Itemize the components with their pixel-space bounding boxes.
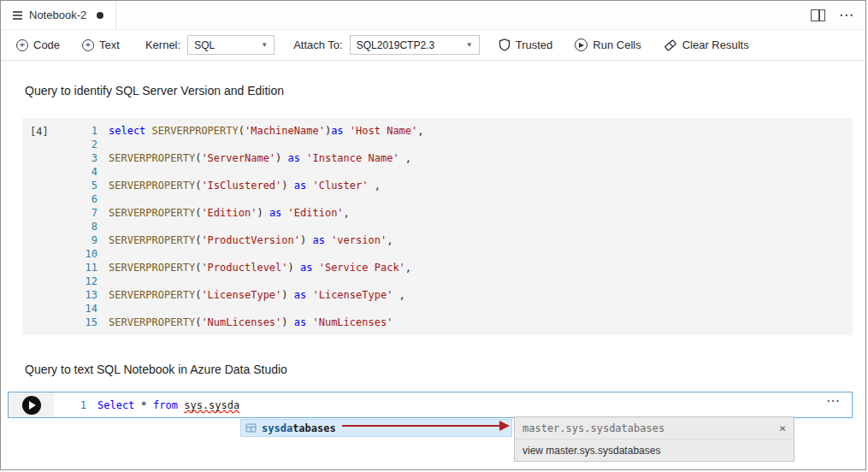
code-token: ) [281,180,293,192]
code-text: SERVERPROPERTY('ServerName') as 'Instanc… [109,152,411,164]
code-token: 'version' [331,234,387,246]
line-number: 4 [75,165,97,179]
run-cells-button[interactable]: Run Cells [575,38,641,51]
code-line[interactable]: 7SERVERPROPERTY('Edition') as 'Edition', [75,206,853,220]
code-line[interactable]: 4 [75,165,853,179]
code-cell-1[interactable]: [4] 1select SERVERPROPERTY('MachineName'… [22,118,853,335]
notebook-toolbar: + Code + Text Kernel: SQL ▼ Attach To: S… [1,30,865,61]
code-token: ) [281,289,293,301]
code-token: , [417,125,423,137]
code-line[interactable]: 9SERVERPROPERTY('ProductVersion') as 've… [75,233,853,247]
code-token: as [312,234,324,246]
code-line[interactable]: 15SERVERPROPERTY('NumLicenses') as 'NumL… [75,316,853,329]
attach-to-dropdown[interactable]: SQL2019CTP2.3 ▼ [350,35,480,55]
code-line[interactable]: 10 [75,247,853,261]
suggestion-detail-row: master.sys.sysdatabases × [515,417,794,440]
code-text: Select * from sys.sysda [97,399,239,411]
code-line[interactable]: 11SERVERPROPERTY('Productlevel') as 'Ser… [75,261,853,274]
code-token: SERVERPROPERTY [109,316,195,328]
code-token: 'MachineName' [245,125,325,137]
code-token: ) [281,316,293,328]
code-token: 'Edition' [288,207,344,219]
code-token [312,262,318,274]
code-token: 'Productlevel' [201,262,287,274]
line-number: 10 [75,247,97,261]
code-cell-2[interactable]: 1 Select * from sys.sysda ⋯ [8,392,853,418]
code-line[interactable]: 5SERVERPROPERTY('IsClustered') as 'Clust… [75,179,853,192]
code-text: SERVERPROPERTY('ProductVersion') as 'ver… [109,234,393,246]
line-number: 12 [75,274,97,288]
more-actions-icon[interactable]: ⋯ [839,8,853,22]
cell-gutter [9,392,54,417]
suggestion-kind-icon [245,422,257,434]
eraser-icon [664,38,677,51]
code-token: , [393,289,404,301]
code-text: select SERVERPROPERTY('MachineName')as '… [109,125,424,137]
code-token: 'Instance Name' [306,152,399,164]
code-token: 'ProductVersion' [201,234,300,246]
code-token: as [294,180,306,192]
line-number: 11 [75,261,97,274]
close-icon[interactable]: × [779,422,786,434]
code-line[interactable]: 6 [75,192,853,206]
suggestion-details-panel: master.sys.sysdatabases × view master.sy… [514,416,794,462]
code-token: SERVERPROPERTY [109,234,195,246]
code-token: , [399,152,411,164]
clear-results-button[interactable]: Clear Results [664,38,749,51]
code-editor[interactable]: 1 Select * from sys.sysda [54,392,852,417]
line-number: 13 [75,288,97,302]
code-token: Select [97,399,134,411]
code-token: ) [275,152,287,164]
line-number: 14 [75,302,97,316]
code-token: 'NumLicenses' [312,316,393,328]
code-token: , [387,234,393,246]
code-editor[interactable]: 1select SERVERPROPERTY('MachineName')as … [75,124,853,329]
code-token: 'ServerName' [201,152,275,164]
tab-bar: Notebook-2 ⋯ [1,1,865,30]
markdown-cell-1[interactable]: Query to identify SQL Server Version and… [25,84,865,97]
run-cell-button[interactable] [22,396,41,415]
suggestion-detail-title: master.sys.sysdatabases [523,422,664,434]
code-token: ) [288,262,300,274]
unsaved-changes-dot[interactable] [97,12,103,19]
suggestion-label-match: sysda [262,422,292,434]
markdown-cell-2[interactable]: Query to text SQL Notebook in Azure Data… [25,363,865,376]
attach-to-label: Attach To: [293,38,343,51]
code-line[interactable]: 12 [75,274,853,288]
split-editor-icon[interactable] [811,9,825,21]
suggestion-item[interactable]: sysdatabases [240,419,512,437]
shield-icon [499,38,511,51]
add-text-button[interactable]: + Text [82,38,120,51]
cell-more-actions-icon[interactable]: ⋯ [826,392,840,409]
code-text: SERVERPROPERTY('Productlevel') as 'Servi… [109,262,411,274]
code-token: ( [239,125,245,137]
line-number: 6 [75,192,97,206]
tab-notebook-2[interactable]: Notebook-2 [1,1,116,29]
tab-title: Notebook-2 [29,9,86,21]
run-cells-label: Run Cells [593,38,641,51]
trusted-label: Trusted [516,38,553,51]
code-line[interactable]: 8 [75,220,853,233]
line-number: 1 [64,399,86,411]
add-code-button[interactable]: + Code [16,38,60,51]
suggestion-label-rest: tabases [292,422,336,434]
code-line[interactable]: 1select SERVERPROPERTY('MachineName')as … [75,124,853,138]
code-token [344,125,350,137]
code-line[interactable]: 2 [75,138,853,151]
code-token: 'Cluster' [312,180,368,192]
code-line[interactable]: 3SERVERPROPERTY('ServerName') as 'Instan… [75,151,853,165]
clear-results-label: Clear Results [682,38,749,51]
code-line[interactable]: 14 [75,302,853,316]
line-number: 7 [75,206,97,220]
suggestion-doc-row: view master.sys.sysdatabases [515,440,794,462]
play-circle-icon [575,38,588,51]
code-token: 'Edition' [201,207,257,219]
trusted-button[interactable]: Trusted [499,38,553,51]
chevron-down-icon: ▼ [459,41,473,49]
code-line[interactable]: 13SERVERPROPERTY('LicenseType') as 'Lice… [75,288,853,302]
line-number: 2 [75,138,97,151]
code-token: * [134,399,153,411]
line-number: 9 [75,233,97,247]
code-token: SERVERPROPERTY [109,262,195,274]
kernel-dropdown[interactable]: SQL ▼ [187,35,275,55]
